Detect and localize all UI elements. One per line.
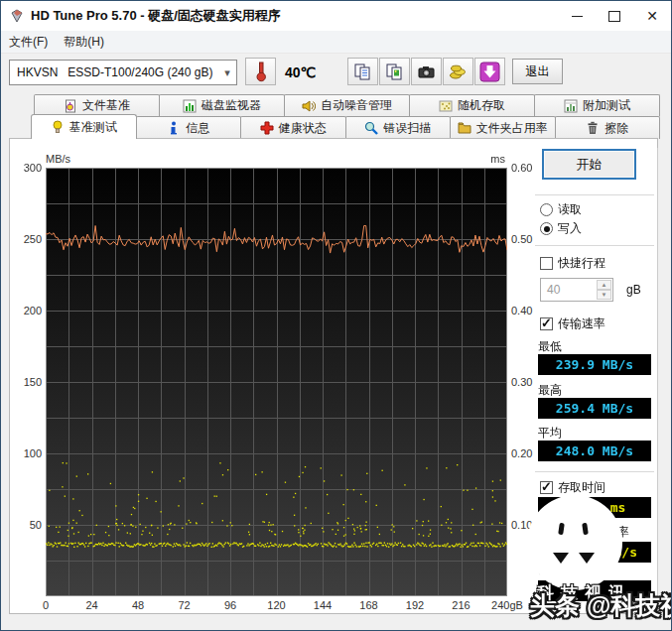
axis-tick-label: 72 (163, 599, 206, 611)
avg-value: 248.0 MB/s (556, 443, 633, 458)
tab-info[interactable]: 信息 (136, 116, 242, 139)
benchmark-bulb-icon (51, 120, 65, 135)
axis-tick-label: 120 (255, 599, 299, 611)
spinner-down-icon[interactable]: ▼ (597, 290, 611, 300)
axis-tick-label: 192 (393, 599, 437, 611)
stroke-size-spinner[interactable]: 40 ▲ ▼ (540, 278, 613, 302)
tab-health[interactable]: 健康状态 (240, 116, 346, 139)
start-label: 开始 (577, 156, 603, 174)
copy-text-button[interactable] (347, 58, 378, 85)
title-bar: HD Tune Pro 5.70 - 硬盘/固态硬盘实用程序 ✕ (1, 1, 671, 31)
tab-folder-usage[interactable]: 文件夹占用率 (450, 116, 556, 139)
tab-label: 文件夹占用率 (476, 120, 548, 137)
panel-divider (657, 148, 658, 612)
copy-text-icon (353, 63, 372, 81)
camera-icon (417, 63, 436, 81)
axis-tick-label: 300 (9, 162, 42, 174)
screenshot-button[interactable] (411, 58, 442, 85)
benchmark-chart (46, 168, 507, 596)
tab-benchmark[interactable]: 基准测试 (31, 114, 137, 139)
axis-tick-label: 100 (9, 447, 42, 459)
folder-icon (458, 121, 471, 135)
temperature-button[interactable] (245, 58, 276, 85)
copy-image-button[interactable] (379, 58, 410, 85)
tab-extra-tests[interactable]: 附加测试 (534, 94, 660, 116)
max-value-display: 259.4 MB/s (538, 398, 651, 419)
menu-help[interactable]: 帮助(H) (56, 32, 112, 53)
radio-icon (540, 222, 553, 235)
watermark-logo (527, 495, 622, 590)
donate-coins-icon (449, 63, 468, 81)
axis-tick-label: 168 (347, 599, 391, 611)
access-time-checkbox[interactable]: 存取时间 (540, 479, 605, 496)
write-radio[interactable]: 写入 (540, 220, 582, 237)
tab-random-access[interactable]: 随机存取 (409, 94, 535, 116)
tab-aam[interactable]: 自动噪音管理 (284, 94, 410, 116)
axis-tick-label: 216 (440, 599, 483, 611)
minimize-icon (572, 16, 583, 17)
max-label: 最高 (538, 382, 562, 399)
radio-icon (540, 203, 553, 216)
file-benchmark-icon (64, 99, 77, 113)
tab-disk-monitor[interactable]: 磁盘监视器 (159, 94, 285, 116)
thermometer-icon (255, 61, 267, 82)
update-button[interactable] (474, 58, 505, 85)
avg-label: 平均 (538, 425, 562, 442)
magnifier-icon (364, 121, 378, 135)
axis-tick-label: 48 (116, 599, 160, 611)
max-value: 259.4 MB/s (556, 401, 633, 416)
transfer-rate-checkbox[interactable]: 传输速率 (540, 316, 605, 332)
watermark-logo-mark (553, 553, 569, 564)
trash-icon (586, 121, 600, 135)
donate-button[interactable] (443, 58, 473, 85)
axis-tick-label: ms (475, 153, 505, 165)
tab-row-secondary: 文件基准 磁盘监视器 自动噪音管理 随机存取 附加测试 (34, 94, 659, 116)
short-stroke-label: 快捷行程 (558, 255, 605, 272)
checkbox-icon (540, 257, 553, 270)
min-value-display: 239.9 MB/s (538, 354, 651, 375)
window-title: HD Tune Pro 5.70 - 硬盘/固态硬盘实用程序 (31, 7, 281, 25)
app-icon (9, 8, 25, 24)
checkbox-icon (540, 481, 553, 494)
tab-label: 磁盘监视器 (202, 97, 261, 114)
close-icon: ✕ (646, 9, 658, 23)
tab-label: 文件基准 (82, 97, 130, 114)
download-arrow-icon (479, 62, 500, 82)
speaker-icon (302, 99, 316, 113)
close-button[interactable]: ✕ (633, 1, 671, 31)
tab-label: 健康状态 (279, 120, 327, 137)
tab-label: 错误扫描 (383, 120, 431, 137)
tab-erase[interactable]: 擦除 (555, 116, 661, 139)
stroke-size-unit: gB (626, 283, 641, 297)
min-value: 239.9 MB/s (556, 357, 633, 372)
tab-label: 信息 (186, 120, 209, 137)
spinner-up-icon[interactable]: ▲ (597, 280, 611, 290)
chevron-down-icon: ▾ (218, 66, 236, 79)
access-time-label: 存取时间 (558, 479, 605, 496)
tab-row-primary: 基准测试 信息 健康状态 错误扫描 文件夹占用率 擦除 (31, 116, 659, 139)
axis-tick-label: 250 (9, 233, 42, 245)
tab-label: 随机存取 (458, 97, 505, 114)
drive-selector-value: HKVSN ESSD-T100/240G (240 gB) (10, 65, 218, 79)
axis-tick-label: MB/s (46, 153, 70, 165)
exit-button[interactable]: 退出 (512, 59, 563, 84)
short-stroke-checkbox[interactable]: 快捷行程 (540, 255, 605, 272)
tab-file-benchmark[interactable]: 文件基准 (34, 94, 160, 116)
temperature-value: 40℃ (285, 64, 316, 80)
axis-tick-label: 144 (301, 599, 344, 611)
menu-file[interactable]: 文件(F) (1, 32, 56, 53)
tab-label: 附加测试 (583, 97, 630, 114)
extra-tests-icon (564, 99, 578, 113)
axis-tick-label: 200 (9, 305, 42, 316)
random-access-icon (439, 99, 453, 113)
maximize-button[interactable] (596, 1, 633, 31)
tab-error-scan[interactable]: 错误扫描 (345, 116, 452, 139)
minimize-button[interactable] (558, 1, 596, 31)
drive-selector[interactable]: HKVSN ESSD-T100/240G (240 gB) ▾ (9, 60, 237, 85)
read-radio[interactable]: 读取 (540, 201, 582, 218)
disk-monitor-icon (183, 99, 197, 113)
tab-label: 擦除 (605, 120, 628, 137)
start-button[interactable]: 开始 (542, 149, 636, 180)
axis-tick-label: 0 (24, 599, 67, 611)
read-label: 读取 (558, 201, 582, 218)
